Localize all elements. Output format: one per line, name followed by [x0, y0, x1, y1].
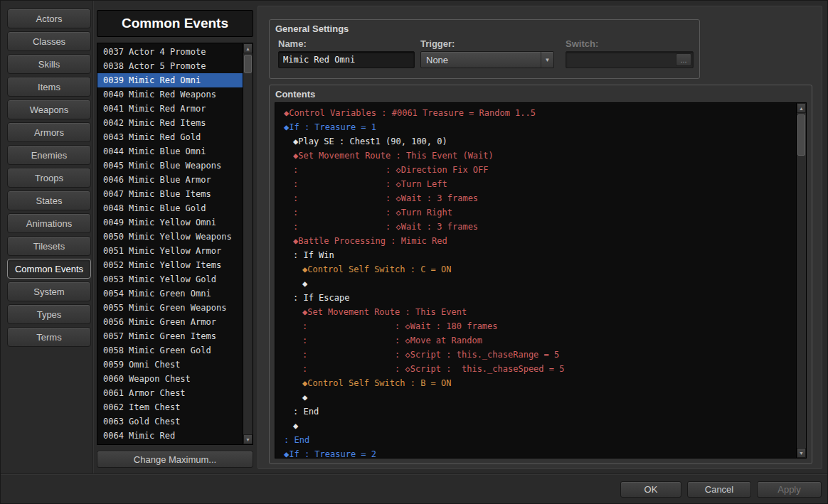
event-command-line[interactable]: ◆Play SE : Chest1 (90, 100, 0) — [275, 134, 795, 149]
sidebar-divider — [92, 0, 93, 473]
event-command-line[interactable]: ◆Control Self Switch : B = ON — [275, 376, 795, 390]
event-list-item[interactable]: 0063 Gold Chest — [97, 414, 243, 429]
event-command-line[interactable]: : : ◇Script : this._chaseSpeed = 5 — [275, 362, 795, 376]
panel-title: Common Events — [97, 10, 253, 37]
event-list-item[interactable]: 0039 Mimic Red Omni — [97, 73, 243, 87]
event-command-line[interactable]: ◆Control Variables : #0061 Treasure = Ra… — [275, 106, 795, 120]
event-list-item[interactable]: 0047 Mimic Blue Items — [97, 187, 243, 201]
event-command-line[interactable]: ◆If : Treasure = 2 — [275, 447, 795, 458]
event-list-item[interactable]: 0053 Mimic Yellow Gold — [97, 272, 243, 286]
switch-input: ... — [566, 51, 694, 68]
sidebar-item-weapons[interactable]: Weapons — [7, 100, 91, 119]
sidebar-item-tilesets[interactable]: Tilesets — [7, 236, 91, 256]
event-list: 0037 Actor 4 Promote0038 Actor 5 Promote… — [97, 43, 253, 445]
scroll-up-icon[interactable]: ▲ — [797, 103, 806, 113]
event-command-line[interactable]: ◆ — [275, 277, 795, 291]
event-list-item[interactable]: 0043 Mimic Red Gold — [97, 130, 243, 144]
sidebar-item-enemies[interactable]: Enemies — [7, 145, 91, 165]
event-command-line[interactable]: : : ◇Wait : 180 frames — [275, 319, 795, 333]
event-commands-list: ◆Control Variables : #0061 Treasure = Ra… — [275, 102, 807, 459]
sidebar-item-actors[interactable]: Actors — [7, 9, 91, 28]
contents-group: Contents ◆Control Variables : #0061 Trea… — [269, 85, 812, 464]
sidebar-item-states[interactable]: States — [7, 191, 91, 210]
event-command-line[interactable]: : If Escape — [275, 291, 795, 305]
sidebar-item-types[interactable]: Types — [7, 304, 91, 324]
event-command-line[interactable]: : End — [275, 433, 795, 447]
sidebar-item-troops[interactable]: Troops — [7, 168, 91, 188]
event-command-line[interactable]: ◆Set Movement Route : This Event (Wait) — [275, 149, 795, 163]
sidebar-item-animations[interactable]: Animations — [7, 213, 91, 233]
sidebar: ActorsClassesSkillsItemsWeaponsArmorsEne… — [7, 9, 91, 350]
sidebar-item-items[interactable]: Items — [7, 77, 91, 97]
event-command-line[interactable]: : : ◇Direction Fix OFF — [275, 163, 795, 177]
event-list-item[interactable]: 0037 Actor 4 Promote — [97, 45, 243, 59]
event-list-item[interactable]: 0061 Armor Chest — [97, 386, 243, 400]
event-list-scrollbar[interactable]: ▲ ▼ — [243, 43, 253, 444]
event-command-line[interactable]: ◆Battle Processing : Mimic Red — [275, 234, 795, 248]
event-list-item[interactable]: 0041 Mimic Red Armor — [97, 102, 243, 116]
ok-button[interactable]: OK — [620, 481, 681, 498]
sidebar-item-system[interactable]: System — [7, 282, 91, 301]
event-list-item[interactable]: 0059 Omni Chest — [97, 358, 243, 372]
event-list-item[interactable]: 0045 Mimic Blue Weapons — [97, 159, 243, 173]
event-list-items: 0037 Actor 4 Promote0038 Actor 5 Promote… — [97, 45, 243, 444]
event-command-line[interactable]: ◆Control Self Switch : C = ON — [275, 262, 795, 277]
event-command-line[interactable]: : : ◇Turn Right — [275, 205, 795, 220]
contents-title: Contents — [275, 89, 315, 100]
switch-label: Switch: — [566, 38, 598, 49]
event-list-item[interactable]: 0048 Mimic Blue Gold — [97, 201, 243, 215]
event-list-item[interactable]: 0060 Weapon Chest — [97, 372, 243, 386]
event-list-item[interactable]: 0064 Mimic Red — [97, 429, 243, 443]
event-list-item[interactable]: 0055 Mimic Green Weapons — [97, 301, 243, 315]
event-list-item[interactable]: 0058 Mimic Green Gold — [97, 343, 243, 358]
apply-button: Apply — [757, 481, 822, 498]
event-list-scrollbar-thumb[interactable] — [244, 55, 252, 73]
event-command-line[interactable]: : : ◇Move at Random — [275, 333, 795, 348]
event-command-line[interactable]: : : ◇Wait : 3 frames — [275, 191, 795, 205]
change-maximum-button[interactable]: Change Maximum... — [97, 451, 253, 468]
event-list-item[interactable]: 0038 Actor 5 Promote — [97, 59, 243, 73]
dropdown-arrow-icon: ▼ — [541, 52, 553, 68]
general-settings-title: General Settings — [275, 23, 349, 34]
contents-lines: ◆Control Variables : #0061 Treasure = Ra… — [275, 106, 795, 458]
sidebar-item-common-events[interactable]: Common Events — [7, 259, 91, 279]
event-list-item[interactable]: 0046 Mimic Blue Armor — [97, 173, 243, 187]
sidebar-item-armors[interactable]: Armors — [7, 122, 91, 142]
sidebar-item-classes[interactable]: Classes — [7, 31, 91, 51]
event-list-item[interactable]: 0044 Mimic Blue Omni — [97, 144, 243, 159]
name-label: Name: — [278, 38, 307, 49]
event-command-line[interactable]: ◆Set Movement Route : This Event — [275, 305, 795, 319]
switch-browse-button: ... — [676, 53, 691, 66]
contents-scrollbar-thumb[interactable] — [797, 114, 805, 156]
event-list-item[interactable]: 0057 Mimic Green Items — [97, 329, 243, 343]
event-command-line[interactable]: : : ◇Script : this._chaseRange = 5 — [275, 348, 795, 362]
event-list-item[interactable]: 0050 Mimic Yellow Weapons — [97, 230, 243, 244]
event-command-line[interactable]: ◆ — [275, 390, 795, 404]
event-command-line[interactable]: : If Win — [275, 248, 795, 262]
trigger-selected-value: None — [421, 55, 541, 65]
event-command-line[interactable]: ◆If : Treasure = 1 — [275, 120, 795, 134]
cancel-button[interactable]: Cancel — [687, 481, 751, 498]
sidebar-item-skills[interactable]: Skills — [7, 54, 91, 74]
contents-scrollbar[interactable]: ▲ ▼ — [796, 103, 806, 458]
scroll-up-icon[interactable]: ▲ — [243, 43, 253, 53]
editor-panel: General Settings Name: Trigger: None ▼ S… — [258, 6, 822, 469]
event-list-item[interactable]: 0042 Mimic Red Items — [97, 116, 243, 130]
sidebar-item-terms[interactable]: Terms — [7, 327, 91, 347]
event-list-item[interactable]: 0056 Mimic Green Armor — [97, 315, 243, 329]
scroll-down-icon[interactable]: ▼ — [243, 434, 253, 444]
event-command-line[interactable]: : : ◇Turn Left — [275, 177, 795, 191]
name-input[interactable] — [278, 51, 415, 68]
event-list-item[interactable]: 0054 Mimic Green Omni — [97, 286, 243, 301]
scroll-down-icon[interactable]: ▼ — [797, 448, 806, 458]
event-command-line[interactable]: ◆ — [275, 419, 795, 433]
trigger-label: Trigger: — [420, 38, 455, 49]
event-list-item[interactable]: 0040 Mimic Red Weapons — [97, 87, 243, 102]
event-list-item[interactable]: 0052 Mimic Yellow Items — [97, 258, 243, 272]
event-list-item[interactable]: 0051 Mimic Yellow Armor — [97, 244, 243, 258]
event-list-item[interactable]: 0062 Item Chest — [97, 400, 243, 414]
event-command-line[interactable]: : End — [275, 404, 795, 419]
event-command-line[interactable]: : : ◇Wait : 3 frames — [275, 220, 795, 234]
trigger-dropdown[interactable]: None ▼ — [420, 51, 554, 68]
event-list-item[interactable]: 0049 Mimic Yellow Omni — [97, 215, 243, 230]
